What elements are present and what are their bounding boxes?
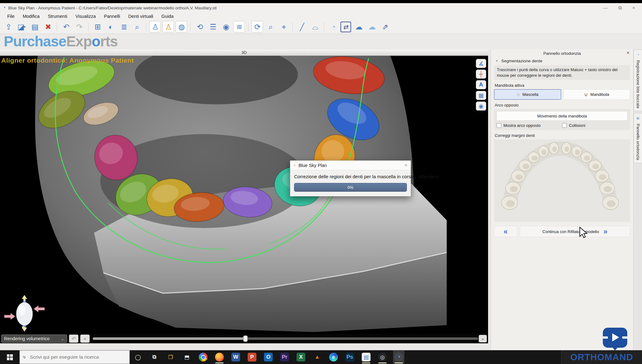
jaw-movement-button[interactable]: Movimento della mandibola: [497, 111, 628, 121]
save-icon[interactable]: ▤: [29, 21, 40, 33]
continue-button[interactable]: Continua con Rifilatura modello »: [520, 226, 630, 237]
minimize-button[interactable]: —: [603, 5, 608, 11]
orthomand-text: ORTHOMAND: [570, 352, 633, 362]
taskbar-powerpoint[interactable]: P: [246, 351, 258, 364]
tab-icon: ≋: [636, 116, 640, 121]
ruler-icon[interactable]: ╱: [296, 21, 308, 33]
taskbar-word[interactable]: W: [230, 351, 241, 364]
open-patient-icon[interactable]: ◪ ▾: [16, 21, 27, 33]
taskbar-edge[interactable]: e: [328, 351, 339, 364]
taskbar-vlc[interactable]: ▲: [312, 351, 323, 364]
menu-item[interactable]: File: [3, 13, 18, 19]
taskbar-apps: ◯ ⧉ ❒ ⬒ W P O Pr: [130, 351, 407, 364]
taskbar-chrome[interactable]: [197, 351, 209, 364]
viewport-bottom-bar: Rendering volumetrico ⌄ ↶ « »: [0, 334, 488, 343]
fix-margins-label: Correggi margini denti: [495, 133, 630, 138]
annotation-icon[interactable]: A: [476, 80, 486, 89]
slider-handle[interactable]: [243, 335, 248, 342]
taskbar-explorer[interactable]: ❒: [165, 351, 176, 364]
timeline-slider[interactable]: »: [93, 335, 487, 343]
taskbar-cortana[interactable]: ◯: [132, 351, 144, 364]
progress-bar: 0%: [294, 183, 407, 192]
protractor-icon[interactable]: ⌓: [309, 21, 321, 33]
taskbar-premiere[interactable]: Pr: [279, 351, 290, 364]
taskbar-blueskyplan[interactable]: ◔: [393, 351, 404, 364]
menu-item[interactable]: Modifica: [18, 13, 44, 19]
angle-measure-icon[interactable]: ∡: [476, 59, 486, 68]
menu-item[interactable]: Guida: [157, 13, 178, 19]
show-opposite-checkbox[interactable]: [497, 123, 501, 128]
dialog-close-icon[interactable]: ×: [404, 162, 408, 169]
start-button[interactable]: [0, 350, 19, 364]
undo-icon[interactable]: ↶: [60, 21, 72, 33]
dialog-title-bar[interactable]: ≈ Blue Sky Plan ×: [290, 161, 411, 170]
slider-track-right[interactable]: [245, 337, 478, 340]
cloud-icon[interactable]: ☁: [366, 21, 377, 33]
menu-bar: FileModificaStrumentiVisualizzaPannelliD…: [0, 13, 642, 20]
tooth-icon[interactable]: ♙: [149, 21, 161, 33]
teeth-row-icon[interactable]: ≋: [233, 21, 245, 33]
taskbar-store[interactable]: ⬒: [181, 351, 192, 364]
maxilla-button[interactable]: ∩ Mascella: [494, 89, 561, 100]
layers-icon[interactable]: ☰: [207, 21, 218, 33]
tab-pannello-ortodonzia[interactable]: ≋ Pannello ortodonzia: [634, 113, 642, 163]
tab-registrazione-bite-buccale[interactable]: ◔ Registrazione bite buccale: [634, 49, 642, 111]
slider-track-left[interactable]: [93, 337, 245, 340]
viewport-header: 3D: [0, 49, 488, 56]
window-title: Blue Sky Plan - Anonymous Patient - C:/U…: [8, 6, 603, 10]
export-measure-icon[interactable]: ⇗: [379, 21, 391, 33]
chevron-right-icon: »: [603, 227, 608, 236]
purchase-exports-watermark: PurchaseExports: [4, 34, 118, 49]
orientation-widget[interactable]: [3, 294, 46, 332]
rotate-view-icon[interactable]: ⟳: [251, 21, 263, 33]
title-bar: ◔ Blue Sky Plan - Anonymous Patient - C:…: [0, 3, 642, 13]
render-mode-dropdown[interactable]: Rendering volumetrico ⌄: [1, 335, 67, 343]
snapshot-icon[interactable]: ◉: [220, 21, 232, 33]
previous-step-button[interactable]: «: [494, 226, 517, 237]
taskbar-search[interactable]: ⌕: [19, 350, 130, 364]
spiral-icon[interactable]: ◔: [327, 21, 339, 33]
menu-item[interactable]: Pannelli: [100, 13, 124, 19]
taskbar-obs[interactable]: ◎: [377, 351, 388, 364]
rotate-model-icon[interactable]: ⟲: [194, 21, 205, 33]
step-forward-button[interactable]: »: [479, 335, 487, 342]
screenshot-icon[interactable]: ◉: [476, 101, 486, 111]
zoom-icon[interactable]: ⌕: [265, 21, 276, 33]
taskbar-taskview[interactable]: ⧉: [149, 351, 160, 364]
profile-settings-icon[interactable]: ◐: [105, 21, 116, 33]
pan-icon[interactable]: ⌖: [278, 21, 289, 33]
mandible-button[interactable]: ∪ Mandibola: [563, 89, 630, 100]
redo-icon[interactable]: ↷: [73, 21, 85, 33]
axes-icon[interactable]: ┼: [476, 70, 486, 79]
close-button[interactable]: ×: [632, 5, 635, 11]
taskbar-firefox[interactable]: [214, 351, 225, 364]
menu-item[interactable]: Visualizza: [71, 13, 100, 19]
tooth-arch-icon[interactable]: ♙: [162, 21, 174, 33]
taskbar-photoshop[interactable]: Ps: [344, 351, 355, 364]
panel-close-icon[interactable]: ×: [627, 50, 629, 56]
menu-item[interactable]: Denti virtuali: [124, 13, 157, 19]
menu-item[interactable]: Strumenti: [44, 13, 71, 19]
restore-button[interactable]: ⧉: [618, 5, 622, 11]
search-input[interactable]: [29, 354, 120, 360]
taskbar-docs[interactable]: ▤: [360, 351, 372, 364]
import-stl-icon[interactable]: ⇪: [3, 21, 14, 33]
grid-icon[interactable]: ▦: [476, 91, 486, 100]
collisions-checkbox[interactable]: [562, 123, 567, 128]
viewport-3d[interactable]: Aligner ortodontico: Anonymous Patient ∡…: [0, 56, 488, 334]
find-detail-icon[interactable]: ⌕: [131, 21, 143, 33]
dental-model-3d[interactable]: [0, 56, 488, 334]
step-back-button[interactable]: «: [80, 335, 90, 343]
collapse-triangle-icon[interactable]: ▼: [495, 59, 498, 63]
transfer-icon[interactable]: ⇄: [340, 22, 351, 32]
teeth-arch-image[interactable]: [494, 139, 630, 222]
cloud-upload-icon[interactable]: ☁: [353, 21, 364, 33]
fill-region-icon[interactable]: ◍: [176, 21, 187, 33]
delete-icon[interactable]: ✖: [42, 21, 54, 33]
taskbar-outlook[interactable]: O: [263, 351, 274, 364]
taskbar-excel[interactable]: X: [295, 351, 307, 364]
upper-arch-icon: ∩: [517, 92, 520, 97]
undo-view-button[interactable]: ↶: [69, 335, 78, 343]
panels-icon[interactable]: ≣: [118, 21, 129, 33]
grid-view-icon[interactable]: ⊞: [92, 21, 103, 33]
